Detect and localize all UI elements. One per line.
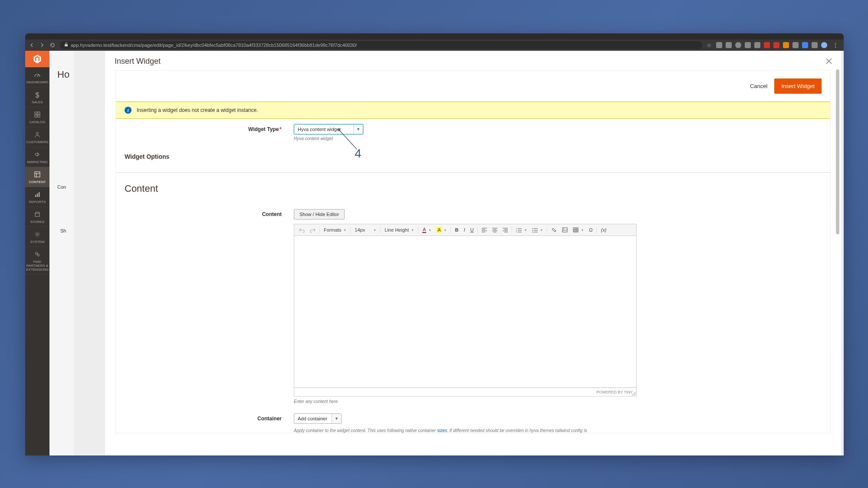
content-editor[interactable] (294, 236, 637, 388)
svg-rect-4 (35, 115, 37, 117)
modal-action-bar: Cancel Insert Widget (116, 71, 830, 102)
align-right-icon[interactable] (500, 226, 510, 234)
ext-icon[interactable] (726, 42, 732, 48)
bold-icon[interactable]: B (453, 226, 460, 234)
sidebar-item-catalog[interactable]: CATALOG (25, 107, 49, 127)
separator (547, 226, 547, 233)
underline-icon[interactable]: U (468, 226, 476, 234)
url-bar[interactable]: app.hyvademo.test/backend/cms/page/edit/… (60, 41, 702, 49)
fontsize-dropdown[interactable]: 14px▼ (352, 226, 378, 234)
align-left-icon[interactable] (480, 226, 489, 234)
content-hint: Enter any content here. (294, 399, 822, 404)
ext-icon[interactable] (783, 42, 789, 48)
bg-label: Sh (60, 228, 66, 233)
modal-body: Cancel Insert Widget i Inserting a widge… (105, 70, 841, 453)
table-icon[interactable]: ▼ (571, 226, 586, 234)
gear-icon (26, 231, 49, 239)
separator (418, 226, 418, 233)
extension-icons: ⋮ (716, 42, 840, 49)
svg-point-14 (36, 252, 38, 255)
svg-rect-5 (38, 115, 40, 117)
container-select[interactable]: Add container ▼ (294, 413, 342, 424)
svg-point-36 (533, 230, 533, 231)
content-label: Content (125, 209, 294, 217)
italic-icon[interactable]: I (461, 226, 467, 234)
svg-point-13 (36, 233, 38, 235)
layout-icon (26, 171, 49, 179)
widget-type-select[interactable]: Hyva content widget ▼ (294, 124, 363, 134)
ext-icon[interactable] (745, 42, 751, 48)
svg-rect-2 (35, 112, 37, 114)
modal-overlay: Insert Widget Cancel Insert Widget i (74, 51, 844, 455)
sidebar-item-label: REPORTS (29, 200, 46, 204)
menu-icon[interactable]: ⋮ (832, 42, 838, 49)
redo-icon[interactable] (308, 226, 318, 234)
show-hide-editor-button[interactable]: Show / Hide Editor (294, 209, 345, 219)
undo-icon[interactable] (297, 226, 307, 234)
sidebar-item-label: STORES (30, 220, 45, 224)
separator (450, 226, 451, 233)
user-icon (26, 131, 49, 139)
separator (350, 226, 351, 233)
bg-color-icon[interactable]: A▼ (434, 226, 449, 234)
bookmark-star-icon[interactable]: ☆ (707, 42, 712, 49)
ext-icon[interactable] (773, 42, 779, 48)
magento-logo[interactable] (25, 51, 49, 67)
lineheight-dropdown[interactable]: Line Height▼ (382, 226, 416, 234)
ext-icon[interactable] (821, 42, 827, 48)
sidebar-item-content[interactable]: CONTENT (25, 167, 49, 187)
info-text: Inserting a widget does not create a wid… (137, 107, 258, 113)
ext-icon[interactable] (754, 42, 760, 48)
ext-icon[interactable] (716, 42, 722, 48)
text-color-icon[interactable]: A▼ (420, 226, 434, 234)
widget-type-label: Widget Type* (125, 124, 294, 132)
bullet-list-icon[interactable]: ▼ (530, 226, 545, 234)
info-banner: i Inserting a widget does not create a w… (116, 102, 830, 119)
align-center-icon[interactable] (490, 226, 500, 234)
numbered-list-icon[interactable]: 123 ▼ (514, 226, 529, 234)
page-content: DASHBOARD $ SALES CATALOG CUSTOMERS (25, 51, 844, 455)
scrollbar[interactable] (835, 69, 839, 453)
widget-options-heading: Widget Options (116, 141, 830, 164)
cancel-button[interactable]: Cancel (748, 79, 769, 93)
sidebar-item-sales[interactable]: $ SALES (25, 87, 49, 107)
variable-icon[interactable]: {x} (598, 226, 608, 234)
container-label: Container (125, 413, 294, 422)
separator (512, 226, 512, 233)
sidebar-item-partners[interactable]: FIND PARTNERS & EXTENSIONS (25, 247, 49, 275)
svg-rect-0 (65, 44, 68, 46)
sidebar-item-system[interactable]: SYSTEM (25, 227, 49, 247)
special-char-icon[interactable]: Ω (587, 226, 595, 234)
svg-rect-12 (39, 192, 40, 197)
svg-rect-10 (35, 195, 36, 197)
sidebar-item-dashboard[interactable]: DASHBOARD (25, 67, 49, 87)
back-icon[interactable] (29, 42, 35, 48)
separator (319, 226, 320, 233)
ext-icon[interactable] (802, 42, 808, 48)
ext-icon[interactable] (764, 42, 770, 48)
resize-handle[interactable] (631, 391, 636, 396)
separator (596, 226, 597, 233)
sidebar-item-reports[interactable]: REPORTS (25, 187, 49, 207)
scrollbar-thumb[interactable] (836, 69, 839, 234)
svg-point-42 (563, 229, 564, 229)
svg-line-1 (37, 75, 39, 77)
image-icon[interactable] (560, 226, 570, 234)
ext-icon[interactable] (735, 42, 741, 48)
close-icon[interactable] (823, 55, 835, 67)
insert-widget-button[interactable]: Insert Widget (774, 79, 822, 94)
ext-icon[interactable] (812, 42, 818, 48)
svg-text:3: 3 (516, 231, 517, 233)
sidebar-item-stores[interactable]: STORES (25, 207, 49, 227)
ext-icon[interactable] (792, 42, 799, 48)
formats-dropdown[interactable]: Formats▼ (322, 226, 349, 234)
lock-icon (64, 43, 68, 48)
svg-rect-7 (35, 172, 40, 177)
sidebar-item-marketing[interactable]: MARKETING (25, 147, 49, 167)
forward-icon[interactable] (39, 42, 45, 48)
svg-point-6 (36, 132, 39, 134)
reload-icon[interactable] (49, 42, 56, 48)
sidebar-item-customers[interactable]: CUSTOMERS (25, 127, 49, 147)
link-icon[interactable] (549, 226, 559, 234)
sizes-link[interactable]: sizes (437, 428, 447, 433)
